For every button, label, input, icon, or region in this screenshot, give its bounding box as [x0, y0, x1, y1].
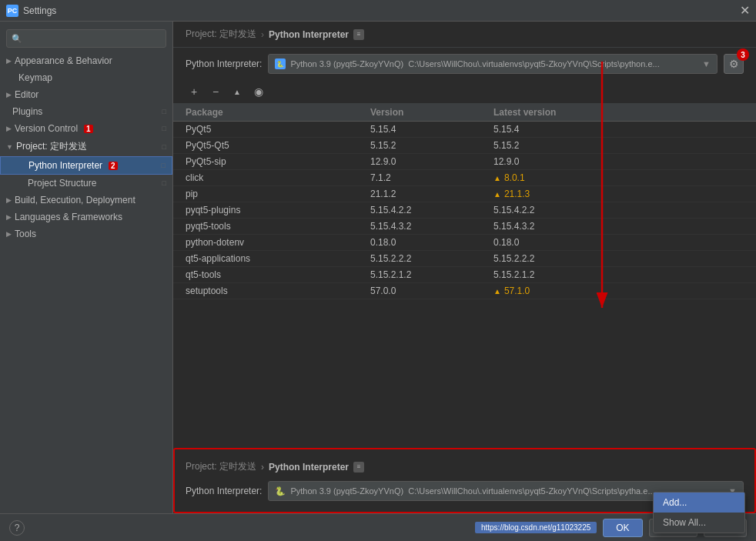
sidebar-item-python-interpreter[interactable]: Python Interpreter 2 □ — [0, 156, 172, 175]
sidebar-item-build[interactable]: Build, Execution, Deployment — [0, 192, 172, 209]
breadcrumb: Project: 定时发送 › Python Interpreter ≡ — [173, 22, 756, 48]
popup-python-icon: 🐍 — [275, 486, 286, 496]
eye-button[interactable]: ◉ — [250, 83, 267, 100]
interpreter-label: Python Interpreter: — [186, 58, 262, 69]
table-row[interactable]: python-dotenv 0.18.0 0.18.0 — [173, 235, 756, 251]
sidebar-item-label: Tools — [15, 229, 36, 239]
breadcrumb-arrow: › — [261, 29, 264, 40]
add-package-button[interactable]: + — [186, 83, 202, 100]
popup-overlay: Project: 定时发送 › Python Interpreter ≡ Pyt… — [173, 448, 756, 513]
sidebar-item-label: Keymap — [18, 72, 52, 83]
chevron-right-icon — [6, 230, 12, 238]
table-header: Package Version Latest version — [173, 104, 756, 122]
table-row[interactable]: setuptools 57.0.0 ▲ 57.1.0 — [173, 283, 756, 299]
url-badge: https://blog.csdn.net/g11023225 — [475, 522, 597, 533]
gear-icon: ⚙ — [729, 58, 739, 70]
col-version: Version — [370, 107, 493, 118]
sidebar-item-label: Version Control — [15, 123, 78, 134]
col-package: Package — [186, 107, 370, 118]
close-button[interactable]: ✕ — [740, 5, 750, 17]
sidebar-item-project-structure[interactable]: Project Structure □ — [0, 175, 172, 192]
structure-badge: □ — [162, 179, 166, 187]
popup-interpreter-label: Python Interpreter: — [186, 486, 262, 496]
sidebar-item-label: Python Interpreter — [28, 160, 102, 171]
chevron-right-icon — [6, 57, 12, 65]
python-icon: 🐍 — [275, 58, 286, 69]
package-toolbar: + − ▲ ◉ — [173, 80, 756, 104]
interpreter-select-value: Python 3.9 (pyqt5-ZkoyYVnQ) C:\Users\Wil… — [290, 59, 659, 68]
project-badge: □ — [162, 143, 166, 151]
sidebar-item-editor[interactable]: Editor — [0, 86, 172, 103]
chevron-right-icon — [6, 91, 12, 99]
window-title: Settings — [23, 5, 56, 16]
annotation-3-badge: 3 — [737, 48, 749, 61]
sidebar-item-keymap[interactable]: Keymap — [0, 69, 172, 86]
sidebar-item-label: Build, Execution, Deployment — [15, 195, 135, 205]
col-latest: Latest version — [493, 107, 744, 118]
chevron-right-icon — [6, 213, 12, 221]
content-area: Project: 定时发送 › Python Interpreter ≡ Pyt… — [173, 22, 756, 513]
remove-package-button[interactable]: − — [207, 83, 224, 100]
sidebar-item-label: Editor — [15, 89, 38, 100]
update-arrow-icon: ▲ — [493, 190, 501, 199]
search-box[interactable]: 🔍 — [6, 29, 166, 48]
sidebar-item-label: Project: 定时发送 — [16, 140, 87, 153]
plugins-badge: □ — [162, 108, 166, 115]
search-icon: 🔍 — [12, 34, 22, 44]
sidebar-item-project[interactable]: Project: 定时发送 □ — [0, 137, 172, 156]
popup-breadcrumb-icon[interactable]: ≡ — [353, 462, 364, 473]
sidebar-item-version-control[interactable]: Version Control 1 □ — [0, 120, 172, 137]
table-row[interactable]: PyQt5-Qt5 5.15.2 5.15.2 — [173, 138, 756, 154]
chevron-right-icon — [6, 196, 12, 204]
popup-interpreter-row: Python Interpreter: 🐍 Python 3.9 (pyqt5-… — [186, 481, 744, 501]
sidebar-item-label: Languages & Frameworks — [15, 212, 122, 222]
breadcrumb-project: Project: 定时发送 — [186, 28, 256, 41]
dropdown-item-add[interactable]: Add... — [654, 493, 744, 513]
popup-breadcrumb: Project: 定时发送 › Python Interpreter ≡ — [186, 460, 744, 473]
breadcrumb-current: Python Interpreter — [269, 29, 349, 40]
up-button[interactable]: ▲ — [229, 83, 246, 100]
table-row[interactable]: pip 21.1.2 ▲ 21.1.3 — [173, 186, 756, 202]
sidebar-item-appearance[interactable]: Appearance & Behavior — [0, 52, 172, 69]
popup-interpreter-value: Python 3.9 (pyqt5-ZkoyYVnQ) C:\Users\Wil… — [290, 486, 654, 496]
interpreter-badge: □ — [162, 162, 166, 169]
table-row[interactable]: qt5-applications 5.15.2.2.2 5.15.2.2.2 — [173, 251, 756, 267]
title-bar: PC Settings ✕ — [0, 0, 756, 22]
table-row[interactable]: qt5-tools 5.15.2.1.2 5.15.2.1.2 — [173, 267, 756, 283]
help-button[interactable]: ? — [9, 520, 25, 536]
sidebar-item-tools[interactable]: Tools — [0, 225, 172, 242]
title-bar-left: PC Settings — [6, 5, 56, 17]
bottom-bar: ? https://blog.csdn.net/g11023225 OK Can… — [0, 513, 756, 541]
popup-breadcrumb-project: Project: 定时发送 — [186, 460, 256, 473]
popup-breadcrumb-current: Python Interpreter — [269, 462, 349, 473]
update-arrow-icon: ▲ — [493, 287, 501, 296]
table-row[interactable]: pyqt5-tools 5.15.4.3.2 5.15.4.3.2 — [173, 219, 756, 235]
table-row[interactable]: pyqt5-plugins 5.15.4.2.2 5.15.4.2.2 — [173, 202, 756, 219]
sidebar-item-label: Appearance & Behavior — [15, 55, 112, 66]
chevron-down-icon — [6, 143, 13, 151]
annotation-2-badge: 2 — [109, 162, 118, 170]
update-arrow-icon: ▲ — [493, 174, 501, 182]
sidebar-item-label: Project Structure — [28, 178, 96, 189]
sidebar-item-label: Plugins — [12, 106, 42, 117]
table-row[interactable]: PyQt5-sip 12.9.0 12.9.0 — [173, 154, 756, 170]
ok-button[interactable]: OK — [603, 519, 642, 537]
dropdown-menu: Add... Show All... — [653, 492, 745, 513]
main-container: 🔍 Appearance & Behavior Keymap Editor Pl… — [0, 22, 756, 513]
breadcrumb-menu-icon[interactable]: ≡ — [353, 29, 364, 40]
dropdown-item-show-all[interactable]: Show All... — [654, 513, 744, 513]
gear-button[interactable]: ⚙ 3 — [724, 54, 744, 74]
table-row[interactable]: click 7.1.2 ▲ 8.0.1 — [173, 170, 756, 186]
dropdown-arrow-icon: ▼ — [702, 59, 711, 68]
app-icon: PC — [6, 5, 18, 17]
sidebar: 🔍 Appearance & Behavior Keymap Editor Pl… — [0, 22, 173, 513]
chevron-right-icon — [6, 125, 12, 132]
table-row[interactable]: PyQt5 5.15.4 5.15.4 — [173, 122, 756, 138]
sidebar-item-plugins[interactable]: Plugins □ — [0, 103, 172, 120]
interpreter-select-dropdown[interactable]: 🐍 Python 3.9 (pyqt5-ZkoyYVnQ) C:\Users\W… — [268, 54, 718, 74]
sidebar-item-languages[interactable]: Languages & Frameworks — [0, 209, 172, 225]
interpreter-selector-row: Python Interpreter: 🐍 Python 3.9 (pyqt5-… — [173, 48, 756, 80]
annotation-1-badge: 1 — [84, 125, 93, 133]
version-ctrl-badge: □ — [162, 125, 166, 132]
